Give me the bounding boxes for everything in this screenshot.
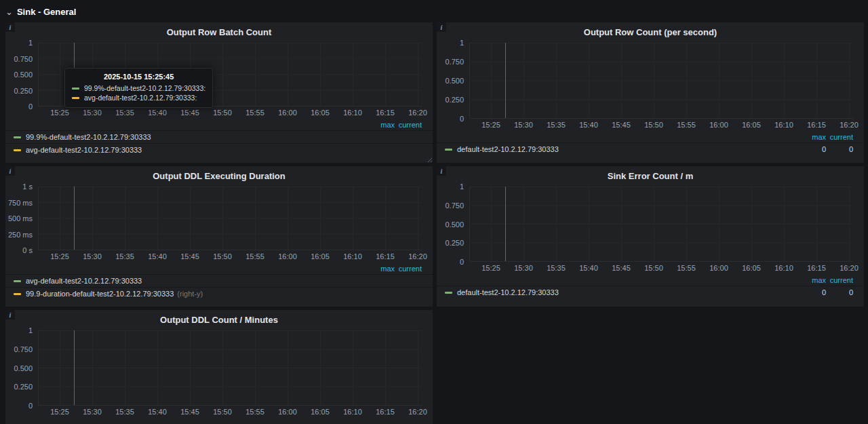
legend-columns: max current xyxy=(437,273,864,284)
series-color-dash-icon xyxy=(14,280,21,282)
legend-sort-max[interactable]: max xyxy=(368,265,395,273)
plot-area[interactable] xyxy=(38,330,422,406)
info-icon[interactable]: i xyxy=(5,166,15,176)
series-color-dash-icon xyxy=(445,149,452,151)
x-tick-label: 15:25 xyxy=(475,121,507,130)
x-tick-label: 15:40 xyxy=(141,109,174,118)
legend-sort-current[interactable]: current xyxy=(395,265,422,273)
y-tick-label: 0.250 xyxy=(14,87,33,95)
info-icon[interactable]: i xyxy=(437,166,446,176)
plot-area[interactable] xyxy=(469,43,853,119)
x-tick-label: 15:50 xyxy=(206,252,239,262)
x-tick-label: 16:00 xyxy=(703,264,735,273)
alert-annotation-line xyxy=(505,43,506,118)
x-tick-label: 15:45 xyxy=(174,252,206,262)
panel-output-row-batch-count: i Output Row Batch Count 10.7500.5000.25… xyxy=(5,22,433,163)
x-tick-label: 15:45 xyxy=(174,408,206,417)
panel-output-ddl-executing-duration: i Output DDL Executing Duration 1 s750 m… xyxy=(5,166,433,307)
legend-label: default-test2-10.2.12.79:30333 xyxy=(457,288,799,296)
legend-sort-current[interactable]: current xyxy=(826,133,853,141)
legend-sort-max[interactable]: max xyxy=(799,133,826,141)
y-tick-label: 500 ms xyxy=(8,214,33,223)
y-tick-label: 0.250 xyxy=(14,383,33,391)
info-icon[interactable]: i xyxy=(5,310,15,320)
panel-resize-handle[interactable] xyxy=(426,156,432,162)
x-tick-label: 15:55 xyxy=(239,252,271,262)
tooltip-timestamp: 2025-10-15 15:25:45 xyxy=(72,73,205,81)
x-tick-label: 15:30 xyxy=(76,408,108,417)
panel-title[interactable]: Sink Error Count / m xyxy=(437,166,864,182)
legend-sort-max[interactable]: max xyxy=(799,276,826,284)
legend-item[interactable]: 99.9%-default-test2-10.2.12.79:30333 xyxy=(5,130,433,143)
x-tick-label: 16:00 xyxy=(271,252,304,262)
panel-title[interactable]: Output Row Batch Count xyxy=(5,22,433,39)
x-tick-label: 15:40 xyxy=(572,121,605,130)
y-axis: 1 s750 ms500 ms250 ms0 s xyxy=(9,187,38,250)
panel-sink-error-count: i Sink Error Count / m 10.7500.5000.2500… xyxy=(437,166,864,307)
y-tick-label: 0 xyxy=(28,102,33,111)
x-tick-label: 15:25 xyxy=(43,252,76,262)
plot-area[interactable] xyxy=(469,187,853,262)
y-tick-label: 0 xyxy=(460,258,464,266)
y-tick-label: 0.250 xyxy=(445,96,464,104)
y-tick-label: 0.750 xyxy=(445,201,464,210)
x-axis: 15:2515:3015:3515:4015:4515:5015:5516:00… xyxy=(5,109,433,118)
chevron-down-icon[interactable]: ⌄ xyxy=(5,7,13,16)
series-color-dash-icon xyxy=(72,88,79,90)
x-tick-label: 15:30 xyxy=(76,109,108,118)
legend-item[interactable]: default-test2-10.2.12.79:30333 0 0 xyxy=(437,142,864,155)
legend-sort-max[interactable]: max xyxy=(368,121,395,129)
y-tick-label: 0.500 xyxy=(14,71,33,79)
legend-label: avg-default-test2-10.2.12.79:30333 xyxy=(26,277,422,285)
plot-area[interactable] xyxy=(38,187,422,250)
tooltip-series-label: avg-default-test2-10.2.12.79:30333: xyxy=(84,94,197,102)
x-tick-label: 16:10 xyxy=(768,264,800,273)
plot-area[interactable]: 2025-10-15 15:25:45 99.9%-default-test2-… xyxy=(38,43,422,107)
legend-label: avg-default-test2-10.2.12.79:30333 xyxy=(26,146,422,154)
panel-output-row-count: i Output Row Count (per second) 10.7500.… xyxy=(437,22,864,163)
x-tick-label: 15:50 xyxy=(637,121,670,130)
alert-annotation-line xyxy=(74,330,75,405)
x-tick-label: 15:35 xyxy=(108,252,141,262)
y-tick-label: 0.750 xyxy=(445,58,464,66)
x-tick-label: 15:40 xyxy=(572,264,605,273)
series-color-dash-icon xyxy=(72,97,79,99)
y-axis: 10.7500.5000.2500 xyxy=(9,43,38,107)
y-tick-label: 0 s xyxy=(22,246,33,254)
legend-label: default-test2-10.2.12.79:30333 xyxy=(457,145,799,153)
dashboard-row-header[interactable]: ⌄ Sink - General xyxy=(5,3,76,20)
legend-sort-current[interactable]: current xyxy=(826,276,853,284)
x-tick-label: 15:50 xyxy=(206,109,239,118)
y-tick-label: 0.500 xyxy=(445,77,464,85)
x-tick-label: 16:00 xyxy=(271,109,304,118)
legend-label: 99.9-duration-default-test2-10.2.12.79:3… xyxy=(26,290,422,298)
x-tick-label: 15:45 xyxy=(605,264,637,273)
info-icon[interactable]: i xyxy=(437,22,446,32)
x-tick-label: 15:50 xyxy=(206,408,239,417)
panel-title[interactable]: Output DDL Count / Minutes xyxy=(5,310,433,326)
series-color-dash-icon xyxy=(445,292,452,294)
panel-title[interactable]: Output Row Count (per second) xyxy=(437,22,864,39)
x-tick-label: 15:30 xyxy=(507,121,540,130)
x-tick-label: 15:35 xyxy=(108,109,141,118)
x-tick-label: 16:20 xyxy=(833,121,864,130)
series-color-dash-icon xyxy=(14,149,21,151)
legend-columns: max current xyxy=(5,118,433,129)
tooltip-series-row: 99.9%-default-test2-10.2.12.79:30333: xyxy=(72,83,205,93)
info-icon[interactable]: i xyxy=(5,22,15,32)
x-tick-label: 15:25 xyxy=(43,408,76,417)
x-axis: 15:2515:3015:3515:4015:4515:5015:5516:00… xyxy=(437,121,864,130)
x-tick-label: 15:55 xyxy=(239,109,271,118)
tooltip-series-label: 99.9%-default-test2-10.2.12.79:30333: xyxy=(84,84,205,92)
legend-sort-current[interactable]: current xyxy=(395,121,422,129)
panel-title[interactable]: Output DDL Executing Duration xyxy=(5,166,433,182)
legend-item[interactable]: avg-default-test2-10.2.12.79:30333 xyxy=(5,274,433,287)
y-tick-label: 1 s xyxy=(22,182,33,191)
legend-item[interactable]: default-test2-10.2.12.79:30333 0 0 xyxy=(437,286,864,298)
y-tick-label: 250 ms xyxy=(8,231,33,239)
y-axis: 10.7500.5000.2500 xyxy=(441,43,469,119)
legend-item[interactable]: avg-default-test2-10.2.12.79:30333 xyxy=(5,143,433,156)
legend-current-value: 0 xyxy=(826,288,853,296)
legend-item[interactable]: 99.9-duration-default-test2-10.2.12.79:3… xyxy=(5,287,433,300)
y-tick-label: 1 xyxy=(28,326,33,334)
